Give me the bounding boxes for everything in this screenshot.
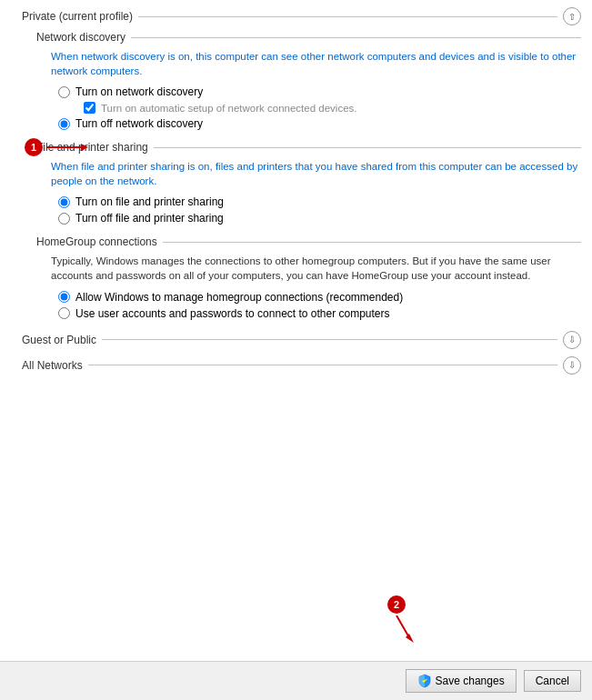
radio-turn-off-file-printer[interactable]: Turn off file and printer sharing xyxy=(58,212,581,225)
auto-setup-label[interactable]: Turn on automatic setup of network conne… xyxy=(101,103,356,114)
radio-turn-on-fps-label[interactable]: Turn on file and printer sharing xyxy=(75,195,224,208)
all-networks-title: All Networks xyxy=(22,359,88,372)
radio-turn-off-nd-input[interactable] xyxy=(58,118,70,130)
homegroup-connections-description: Typically, Windows manages the connectio… xyxy=(51,254,581,283)
bottom-bar: Save changes Cancel xyxy=(0,661,592,700)
main-container: Private (current profile) ⇧ Network disc… xyxy=(0,0,592,700)
homegroup-connections-header: HomeGroup connections xyxy=(36,235,581,248)
all-networks-line xyxy=(88,365,557,365)
radio-allow-windows-label[interactable]: Allow Windows to manage homegroup connec… xyxy=(75,291,403,304)
file-printer-sharing-description: When file and printer sharing is on, fil… xyxy=(51,159,581,188)
private-section-toggle[interactable]: ⇧ xyxy=(563,7,581,25)
radio-turn-off-network-discovery[interactable]: Turn off network discovery xyxy=(58,117,581,130)
radio-use-accounts-input[interactable] xyxy=(58,307,70,319)
homegroup-connections-line xyxy=(163,242,581,243)
save-changes-button[interactable]: Save changes xyxy=(406,669,517,693)
radio-use-accounts[interactable]: Use user accounts and passwords to conne… xyxy=(58,307,581,320)
radio-turn-on-file-printer[interactable]: Turn on file and printer sharing xyxy=(58,195,581,208)
auto-setup-option: Turn on automatic setup of network conne… xyxy=(84,102,581,114)
guest-public-title: Guest or Public xyxy=(22,334,102,346)
radio-use-accounts-label[interactable]: Use user accounts and passwords to conne… xyxy=(75,307,390,320)
guest-public-line xyxy=(102,339,557,340)
shield-icon xyxy=(417,674,432,688)
private-section-title: Private (current profile) xyxy=(22,10,138,23)
radio-allow-windows-input[interactable] xyxy=(58,291,70,303)
file-printer-sharing-subsection: File and printer sharing When file and p… xyxy=(36,141,581,225)
file-printer-sharing-header: File and printer sharing xyxy=(36,141,581,154)
radio-turn-off-fps-input[interactable] xyxy=(58,213,70,225)
cancel-label: Cancel xyxy=(536,675,569,687)
private-section-line xyxy=(138,16,557,17)
radio-turn-on-nd-label[interactable]: Turn on network discovery xyxy=(75,85,203,98)
homegroup-connections-subsection: HomeGroup connections Typically, Windows… xyxy=(36,235,581,319)
all-networks-header: All Networks ⇩ xyxy=(22,356,581,375)
private-header: Private (current profile) ⇧ xyxy=(22,7,581,25)
network-discovery-description: When network discovery is on, this compu… xyxy=(51,49,581,78)
homegroup-connections-title: HomeGroup connections xyxy=(36,235,163,248)
auto-setup-checkbox[interactable] xyxy=(84,102,95,114)
guest-public-section: Guest or Public ⇩ xyxy=(22,331,581,349)
file-printer-sharing-title: File and printer sharing xyxy=(36,141,154,154)
radio-turn-off-nd-label[interactable]: Turn off network discovery xyxy=(75,117,203,130)
radio-turn-off-fps-label[interactable]: Turn off file and printer sharing xyxy=(75,212,224,225)
private-section: Private (current profile) ⇧ Network disc… xyxy=(22,7,581,320)
save-changes-label: Save changes xyxy=(436,675,505,687)
content-area: Private (current profile) ⇧ Network disc… xyxy=(0,0,592,661)
guest-public-toggle[interactable]: ⇩ xyxy=(563,331,581,349)
radio-allow-windows[interactable]: Allow Windows to manage homegroup connec… xyxy=(58,291,581,304)
network-discovery-title: Network discovery xyxy=(36,31,131,44)
network-discovery-line xyxy=(131,37,581,38)
radio-turn-on-network-discovery[interactable]: Turn on network discovery xyxy=(58,85,581,98)
network-discovery-header: Network discovery xyxy=(36,31,581,44)
all-networks-toggle[interactable]: ⇩ xyxy=(563,356,581,375)
file-printer-sharing-line xyxy=(154,147,581,148)
radio-turn-on-fps-input[interactable] xyxy=(58,196,70,208)
radio-turn-on-nd-input[interactable] xyxy=(58,86,70,98)
all-networks-section: All Networks ⇩ xyxy=(22,356,581,375)
cancel-button[interactable]: Cancel xyxy=(524,670,581,692)
guest-public-header: Guest or Public ⇩ xyxy=(22,331,581,349)
network-discovery-subsection: Network discovery When network discovery… xyxy=(36,31,581,130)
